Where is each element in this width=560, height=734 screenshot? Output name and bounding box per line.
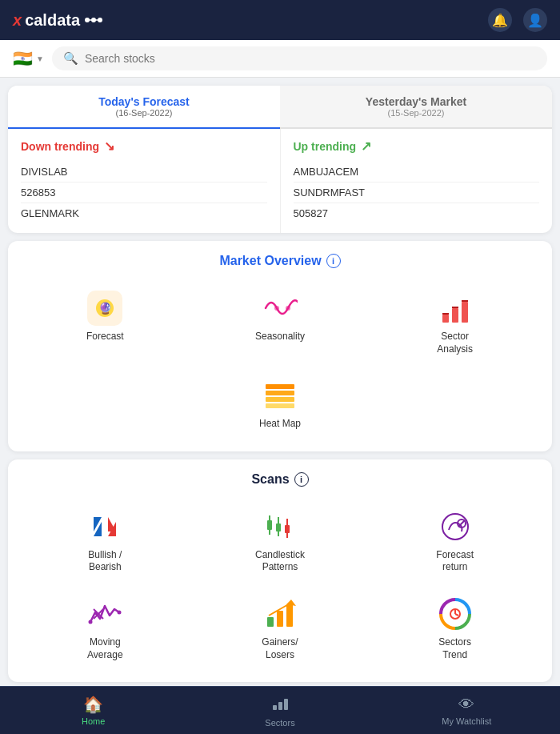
nav-item-home[interactable]: 🏠 Home	[0, 690, 186, 731]
nav-item-sectors[interactable]: Sectors	[186, 689, 373, 732]
market-item-sector-analysis-label: SectorAnalysis	[437, 331, 473, 355]
logo-x: x	[13, 11, 22, 30]
svg-rect-77	[273, 705, 277, 710]
scans-title: Scans i	[21, 472, 539, 487]
flag-emoji: 🇮🇳	[13, 49, 33, 68]
chevron-down-icon: ▼	[36, 54, 44, 63]
watchlist-icon: 👁	[458, 696, 474, 714]
sector-analysis-icon	[438, 291, 473, 326]
bottom-nav: 🏠 Home Sectors 👁 My Watchlist	[0, 686, 560, 734]
scan-item-candlestick[interactable]: CandlestickPatterns	[196, 501, 365, 582]
yesterday-market-tab[interactable]: Yesterday's Market (15-Sep-2022)	[280, 86, 552, 129]
scan-item-bullish-bearish-label: Bullish /Bearish	[88, 549, 122, 574]
market-item-heat-map-label: Heat Map	[259, 418, 301, 431]
moving-average-icon	[87, 596, 122, 632]
flag-selector[interactable]: 🇮🇳 ▼	[13, 49, 44, 68]
market-overview-label: Market Overview	[219, 254, 321, 268]
home-icon: 🏠	[83, 695, 103, 714]
stock-item-6[interactable]: 505827	[294, 203, 540, 223]
scan-item-sectors-trend-label: SectorsTrend	[438, 636, 471, 661]
logo: x caldata	[13, 11, 102, 30]
nav-watchlist-label: My Watchlist	[442, 716, 491, 726]
today-forecast-label: Today's Forecast	[98, 95, 190, 108]
svg-rect-31	[285, 525, 290, 533]
nav-item-watchlist[interactable]: 👁 My Watchlist	[374, 691, 560, 731]
svg-text:🔮: 🔮	[98, 302, 113, 315]
scans-grid-row1: Bullish /Bearish CandlestickPatterns	[21, 501, 539, 582]
logo-text: caldata	[25, 11, 80, 30]
svg-rect-13	[442, 313, 449, 315]
stock-item-1[interactable]: DIVISLAB	[21, 162, 267, 182]
market-item-forecast[interactable]: 🔮 Forecast	[21, 283, 190, 363]
svg-point-37	[118, 610, 122, 614]
scan-item-forecast-return-label: Forecastreturn	[436, 549, 474, 574]
logo-icon	[85, 14, 102, 26]
svg-rect-14	[452, 307, 458, 308]
up-trend-header: Up trending ↗	[294, 138, 540, 154]
gainers-losers-icon	[262, 596, 298, 632]
market-overview-grid: 🔮 Forecast Seasonality	[21, 283, 539, 363]
svg-rect-12	[462, 302, 468, 323]
market-item-seasonality-label: Seasonality	[255, 331, 305, 343]
scans-card: Scans i Bullish /Bearish	[8, 459, 552, 682]
candlestick-icon	[262, 509, 298, 544]
header: x caldata 🔔 👤	[0, 0, 560, 40]
market-overview-card: Market Overview i 🔮 Forecast	[8, 241, 552, 451]
notification-icon[interactable]: 🔔	[488, 8, 512, 32]
svg-rect-28	[276, 523, 281, 531]
scans-info-icon[interactable]: i	[294, 472, 309, 487]
scan-item-gainers-losers[interactable]: Gainers/Losers	[196, 588, 365, 669]
market-item-forecast-label: Forecast	[86, 331, 124, 343]
scan-item-bullish-bearish[interactable]: Bullish /Bearish	[21, 501, 190, 582]
svg-rect-16	[266, 384, 294, 389]
stock-item-3[interactable]: GLENMARK	[21, 203, 267, 223]
market-item-heat-map[interactable]: Heat Map	[194, 370, 366, 439]
svg-rect-79	[284, 699, 288, 710]
down-trend-header: Down trending ↘	[21, 138, 267, 154]
svg-rect-11	[452, 308, 458, 323]
today-forecast-tab[interactable]: Today's Forecast (16-Sep-2022)	[8, 86, 280, 129]
sectors-icon	[271, 694, 289, 716]
nav-sectors-label: Sectors	[265, 718, 294, 728]
svg-rect-40	[267, 617, 274, 627]
stock-item-5[interactable]: SUNDRMFAST	[294, 182, 540, 203]
scan-item-moving-average-label: MovingAverage	[87, 636, 122, 661]
forecast-content: Down trending ↘ DIVISLAB 526853 GLENMARK…	[8, 129, 552, 233]
svg-rect-17	[266, 391, 294, 395]
seasonality-icon	[262, 291, 298, 326]
svg-rect-42	[286, 604, 293, 627]
svg-rect-25	[267, 520, 272, 530]
svg-point-9	[286, 306, 290, 311]
scans-label: Scans	[251, 472, 289, 487]
market-item-seasonality[interactable]: Seasonality	[196, 283, 365, 363]
yesterday-market-label: Yesterday's Market	[366, 95, 466, 108]
nav-home-label: Home	[82, 716, 105, 726]
yesterday-market-date: (15-Sep-2022)	[286, 108, 546, 118]
svg-rect-19	[266, 403, 294, 408]
up-arrow-icon: ↗	[361, 138, 371, 154]
down-trend-label: Down trending	[21, 140, 99, 153]
up-trend-label: Up trending	[294, 140, 357, 153]
forecast-tabs: Today's Forecast (16-Sep-2022) Yesterday…	[8, 86, 552, 129]
market-overview-info-icon[interactable]: i	[326, 254, 341, 268]
svg-rect-15	[462, 300, 468, 302]
profile-icon[interactable]: 👤	[523, 8, 547, 32]
down-arrow-icon: ↘	[104, 138, 114, 154]
stock-item-2[interactable]: 526853	[21, 182, 267, 203]
svg-rect-18	[266, 397, 294, 402]
header-icons: 🔔 👤	[488, 8, 547, 32]
search-input[interactable]	[85, 52, 536, 65]
down-trend-col: Down trending ↘ DIVISLAB 526853 GLENMARK	[8, 129, 281, 233]
stock-item-4[interactable]: AMBUJACEM	[294, 162, 540, 182]
bullish-bearish-icon	[87, 509, 122, 544]
up-trend-col: Up trending ↗ AMBUJACEM SUNDRMFAST 50582…	[281, 129, 553, 233]
scan-item-forecast-return[interactable]: Forecastreturn	[370, 501, 539, 582]
sectors-trend-icon	[438, 596, 473, 632]
scan-item-moving-average[interactable]: MovingAverage	[21, 588, 190, 669]
scan-item-sectors-trend[interactable]: SectorsTrend	[370, 588, 539, 669]
market-item-sector-analysis[interactable]: SectorAnalysis	[370, 283, 539, 363]
heat-map-icon	[262, 378, 298, 413]
search-input-wrap: 🔍	[52, 46, 547, 70]
scans-grid-row2: MovingAverage Gainers/Losers	[21, 588, 539, 669]
scan-item-gainers-losers-label: Gainers/Losers	[262, 636, 298, 661]
